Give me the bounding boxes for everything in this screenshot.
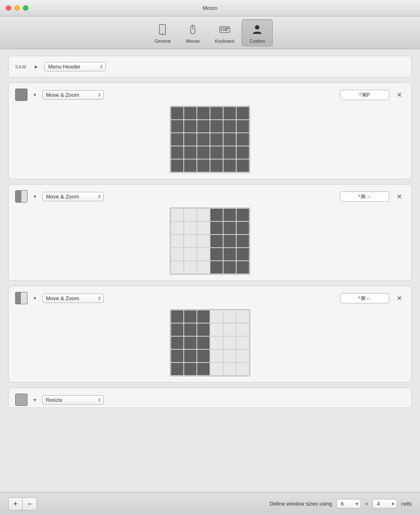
toolbar-item-mouse[interactable]: Mouse bbox=[178, 20, 208, 46]
play-button[interactable]: ► bbox=[32, 63, 40, 71]
grid-cell[interactable] bbox=[197, 209, 210, 221]
chevron-down-1[interactable]: ▼ bbox=[32, 91, 38, 98]
grid-cell[interactable] bbox=[237, 337, 249, 349]
grid-cell[interactable] bbox=[210, 350, 223, 362]
move-zoom-dropdown-2[interactable]: Move & Zoom bbox=[42, 192, 104, 201]
grid-cell[interactable] bbox=[224, 337, 236, 349]
chevron-down-4[interactable]: ▼ bbox=[32, 397, 38, 403]
grid-cell[interactable] bbox=[237, 235, 249, 247]
grid-cell[interactable] bbox=[210, 324, 223, 336]
grid-cell[interactable] bbox=[210, 222, 223, 234]
grid-cell[interactable] bbox=[210, 261, 223, 273]
grid-cell[interactable] bbox=[184, 146, 196, 159]
grid-cell[interactable] bbox=[171, 209, 183, 221]
grid-cell[interactable] bbox=[224, 107, 236, 119]
remove-button[interactable]: − bbox=[23, 498, 37, 510]
grid-cell[interactable] bbox=[210, 107, 223, 119]
grid-cell[interactable] bbox=[171, 133, 183, 146]
grid-cell[interactable] bbox=[237, 222, 249, 234]
grid-1[interactable] bbox=[170, 106, 250, 173]
grid-cell[interactable] bbox=[197, 133, 210, 146]
grid-cell[interactable] bbox=[171, 146, 183, 159]
chevron-down-3[interactable]: ▼ bbox=[32, 295, 38, 301]
grid-cell[interactable] bbox=[184, 261, 196, 273]
color-swatch-3[interactable] bbox=[15, 292, 27, 304]
grid-cell[interactable] bbox=[210, 363, 223, 375]
grid-cell[interactable] bbox=[237, 324, 249, 336]
grid-cell[interactable] bbox=[224, 235, 236, 247]
grid-cell[interactable] bbox=[197, 222, 210, 234]
cols-select[interactable]: 6 bbox=[336, 499, 361, 508]
grid-cell[interactable] bbox=[197, 120, 210, 132]
close-btn-3[interactable]: ✕ bbox=[393, 292, 405, 304]
grid-cell[interactable] bbox=[184, 235, 196, 247]
grid-cell[interactable] bbox=[224, 120, 236, 132]
grid-cell[interactable] bbox=[171, 363, 183, 375]
move-zoom-dropdown-3[interactable]: Move & Zoom bbox=[42, 294, 104, 303]
chevron-down-2[interactable]: ▼ bbox=[32, 193, 38, 200]
rows-select[interactable]: 4 bbox=[372, 499, 397, 508]
grid-cell[interactable] bbox=[197, 160, 210, 172]
grid-cell[interactable] bbox=[184, 350, 196, 362]
grid-cell[interactable] bbox=[171, 160, 183, 172]
grid-3[interactable] bbox=[170, 309, 250, 376]
grid-cell[interactable] bbox=[171, 120, 183, 132]
grid-cell[interactable] bbox=[210, 235, 223, 247]
minimize-button[interactable] bbox=[14, 5, 20, 11]
grid-cell[interactable] bbox=[171, 107, 183, 119]
grid-cell[interactable] bbox=[237, 350, 249, 362]
grid-cell[interactable] bbox=[237, 261, 249, 273]
grid-cell[interactable] bbox=[184, 160, 196, 172]
color-swatch-4[interactable] bbox=[15, 394, 27, 406]
grid-cell[interactable] bbox=[237, 310, 249, 323]
grid-cell[interactable] bbox=[184, 209, 196, 221]
grid-cell[interactable] bbox=[171, 235, 183, 247]
toolbar-item-general[interactable]: General bbox=[147, 20, 178, 46]
close-btn-2[interactable]: ✕ bbox=[393, 191, 405, 202]
grid-cell[interactable] bbox=[197, 107, 210, 119]
grid-cell[interactable] bbox=[184, 310, 196, 323]
window-controls[interactable] bbox=[6, 5, 28, 11]
grid-cell[interactable] bbox=[210, 146, 223, 159]
grid-cell[interactable] bbox=[224, 146, 236, 159]
close-btn-1[interactable]: ✕ bbox=[393, 89, 405, 100]
grid-cell[interactable] bbox=[237, 146, 249, 159]
grid-cell[interactable] bbox=[184, 324, 196, 336]
grid-cell[interactable] bbox=[197, 324, 210, 336]
grid-cell[interactable] bbox=[184, 107, 196, 119]
grid-cell[interactable] bbox=[224, 261, 236, 273]
grid-cell[interactable] bbox=[171, 248, 183, 260]
menu-header-dropdown[interactable]: Menu Header bbox=[44, 62, 106, 71]
toolbar-item-custom[interactable]: Custom bbox=[242, 19, 273, 46]
grid-cell[interactable] bbox=[197, 248, 210, 260]
grid-cell[interactable] bbox=[171, 222, 183, 234]
grid-cell[interactable] bbox=[210, 160, 223, 172]
grid-cell[interactable] bbox=[210, 337, 223, 349]
resize-dropdown[interactable]: Resize bbox=[42, 395, 104, 405]
grid-cell[interactable] bbox=[210, 209, 223, 221]
shortcut-box-1[interactable]: ^⌘F bbox=[340, 90, 389, 100]
grid-cell[interactable] bbox=[210, 133, 223, 146]
add-button[interactable]: + bbox=[9, 498, 23, 510]
grid-cell[interactable] bbox=[237, 363, 249, 375]
grid-cell[interactable] bbox=[197, 337, 210, 349]
grid-cell[interactable] bbox=[224, 324, 236, 336]
grid-cell[interactable] bbox=[237, 160, 249, 172]
grid-cell[interactable] bbox=[171, 324, 183, 336]
toolbar-item-keyboard[interactable]: Keyboard bbox=[208, 20, 242, 46]
grid-cell[interactable] bbox=[184, 363, 196, 375]
grid-cell[interactable] bbox=[210, 248, 223, 260]
grid-cell[interactable] bbox=[197, 261, 210, 273]
grid-cell[interactable] bbox=[210, 120, 223, 132]
grid-cell[interactable] bbox=[197, 363, 210, 375]
grid-cell[interactable] bbox=[224, 222, 236, 234]
grid-cell[interactable] bbox=[171, 310, 183, 323]
grid-cell[interactable] bbox=[237, 248, 249, 260]
grid-cell[interactable] bbox=[224, 133, 236, 146]
grid-cell[interactable] bbox=[224, 209, 236, 221]
maximize-button[interactable] bbox=[23, 5, 28, 11]
grid-cell[interactable] bbox=[237, 133, 249, 146]
grid-cell[interactable] bbox=[224, 363, 236, 375]
grid-cell[interactable] bbox=[237, 120, 249, 132]
grid-cell[interactable] bbox=[224, 350, 236, 362]
